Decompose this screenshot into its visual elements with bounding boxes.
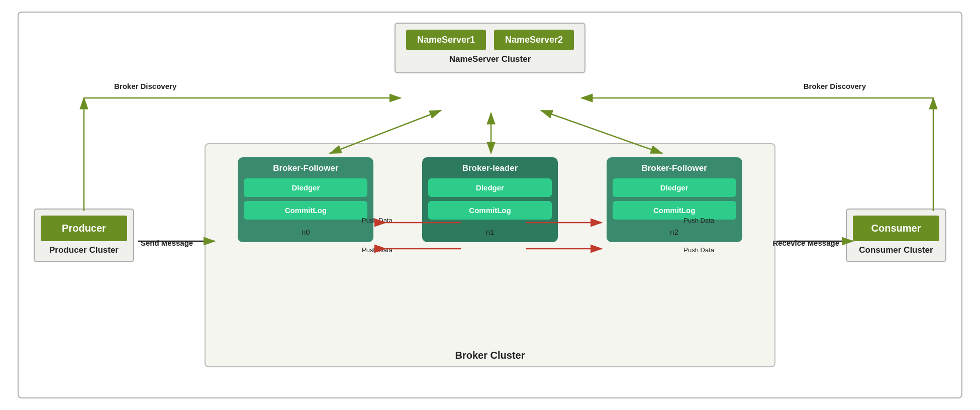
nameserver2-box: NameServer2 (494, 30, 574, 50)
push-data-commitlog-left-top: Push Data (362, 246, 393, 254)
dledger-n0: Dledger (244, 178, 367, 197)
nameserver1-box: NameServer1 (406, 30, 486, 50)
dledger-n1: Dledger (428, 178, 552, 197)
broker-discovery-right-label: Broker Discovery (804, 82, 866, 90)
broker-cluster-label: Broker Cluster (206, 350, 774, 361)
push-data-dledger-right-top: Push Data (683, 217, 714, 224)
commitlog-n1: CommitLog (428, 201, 552, 220)
node-label-n2: n2 (670, 228, 678, 236)
commitlog-n0: CommitLog (244, 201, 367, 220)
broker-follower-n2-title: Broker-Follower (641, 163, 707, 173)
node-label-n1: n1 (486, 228, 495, 236)
node-label-n0: n0 (302, 228, 310, 236)
broker-leader-n1: Broker-leader Dledger CommitLog n1 (422, 157, 558, 242)
producer-box: Producer (41, 216, 127, 241)
broker-follower-n2: Broker-Follower Dledger CommitLog n2 (607, 157, 742, 242)
dledger-n2: Dledger (613, 178, 736, 197)
receive-message-label: Recevice Message (772, 239, 839, 247)
nameserver-cluster-label: NameServer Cluster (404, 54, 576, 64)
broker-cluster: Broker-Follower Dledger CommitLog n0 Bro… (205, 143, 775, 367)
consumer-cluster-label: Consumer Cluster (853, 245, 939, 255)
diagram-container: NameServer1 NameServer2 NameServer Clust… (18, 12, 962, 398)
broker-follower-n0: Broker-Follower Dledger CommitLog n0 (238, 157, 373, 242)
broker-follower-n0-title: Broker-Follower (273, 163, 338, 173)
commitlog-n2: CommitLog (613, 201, 736, 220)
push-data-dledger-left-top: Push Data (362, 217, 393, 224)
send-message-label: Send Message (141, 239, 193, 247)
broker-leader-n1-title: Broker-leader (462, 163, 518, 173)
consumer-box: Consumer (853, 216, 939, 241)
broker-discovery-left-label: Broker Discovery (114, 82, 176, 90)
producer-cluster-label: Producer Cluster (41, 245, 127, 255)
consumer-cluster: Consumer Consumer Cluster (846, 209, 946, 262)
push-data-commitlog-right-top: Push Data (683, 246, 714, 254)
nameserver-cluster: NameServer1 NameServer2 NameServer Clust… (395, 23, 585, 73)
producer-cluster: Producer Producer Cluster (34, 209, 134, 262)
